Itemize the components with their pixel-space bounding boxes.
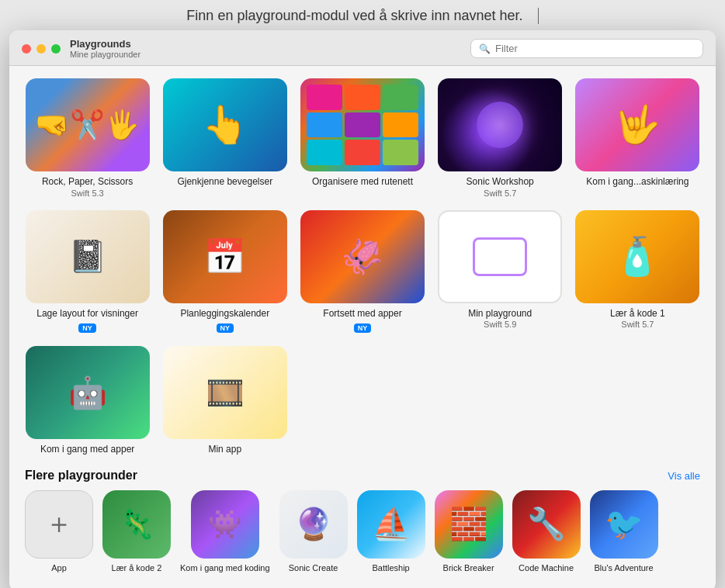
- bottom-thumb-battleship: ⛵: [357, 490, 425, 559]
- bottom-item-battleship[interactable]: ⛵ Battleship: [357, 490, 425, 573]
- vis-alle-link[interactable]: Vis alle: [668, 470, 700, 482]
- grid-row-2: 📓 Lage layout for visninger NY 📅 Planleg…: [25, 210, 700, 334]
- thumb-organisere: [300, 78, 425, 171]
- app-subtitle: Mine playgrounder: [70, 50, 140, 59]
- badge-ny: NY: [78, 323, 96, 333]
- item-name: Lage layout for visninger: [36, 308, 138, 320]
- item-kom-apper[interactable]: 🤖 Kom i gang med apper: [25, 346, 150, 456]
- bottom-name: App: [51, 562, 67, 573]
- thumb-planlegging: 📅: [163, 210, 287, 303]
- search-bar[interactable]: 🔍: [470, 39, 703, 58]
- item-name: Min app: [208, 444, 241, 456]
- bottom-item-sonic-create[interactable]: 🔮 Sonic Create: [279, 490, 348, 573]
- titlebar: Playgrounds Mine playgrounder 🔍: [9, 30, 716, 66]
- bottom-scroll: ＋ App 🦎 Lær å kode 2 👾 Kom i gang med ko…: [25, 490, 700, 579]
- item-swift: Swift 5.3: [71, 189, 104, 198]
- item-name: Kom i gang...askinlæring: [586, 176, 689, 189]
- tooltip-text: Finn en playground-modul ved å skrive in…: [186, 8, 538, 24]
- item-min-playground[interactable]: Min playground Swift 5.9: [438, 210, 563, 334]
- item-laer-kode-1[interactable]: 🧴 Lær å kode 1 Swift 5.7: [575, 210, 700, 334]
- search-icon: 🔍: [479, 43, 491, 54]
- app-window: Playgrounds Mine playgrounder 🔍 🤜✂️🖐️ Ro…: [9, 30, 716, 588]
- bottom-name: Lær å kode 2: [112, 562, 162, 573]
- item-swift: Swift 5.7: [484, 189, 516, 198]
- thumb-rock-paper-scissors: 🤜✂️🖐️: [26, 78, 150, 171]
- bottom-name: Code Machine: [519, 562, 574, 573]
- boat-icon: ⛵: [372, 506, 411, 542]
- thumb-lage-layout: 📓: [26, 210, 150, 303]
- item-name: Organisere med rutenett: [312, 176, 413, 189]
- bottom-thumb-brick-breaker: 🧱: [435, 490, 503, 559]
- bird-icon: 🐦: [605, 506, 643, 542]
- close-button[interactable]: [22, 44, 31, 54]
- item-name: Fortsett med apper: [323, 308, 401, 320]
- item-name: Rock, Paper, Scissors: [42, 176, 133, 189]
- bottom-name: Sonic Create: [289, 562, 338, 573]
- blocks-icon: 🧱: [449, 506, 488, 542]
- item-name: Planleggingskalender: [180, 308, 269, 320]
- item-swift: Swift 5.9: [484, 320, 516, 329]
- grid-row-1: 🤜✂️🖐️ Rock, Paper, Scissors Swift 5.3 👆 …: [25, 78, 700, 198]
- content-area: 🤜✂️🖐️ Rock, Paper, Scissors Swift 5.3 👆 …: [9, 66, 716, 588]
- item-planlegging[interactable]: 📅 Planleggingskalender NY: [162, 210, 287, 334]
- item-sonic-workshop[interactable]: Sonic Workshop Swift 5.7: [438, 78, 563, 198]
- thumb-laer-kode-1: 🧴: [575, 210, 699, 303]
- thumb-min-app: 🎞️: [163, 346, 287, 439]
- bottom-item-blus-adventure[interactable]: 🐦 Blu's Adventure: [590, 490, 658, 573]
- item-name: Kom i gang med apper: [40, 444, 134, 456]
- item-organisere[interactable]: Organisere med rutenett: [300, 78, 425, 198]
- bottom-item-laer2[interactable]: 🦎 Lær å kode 2: [102, 490, 171, 573]
- badge-ny: NY: [217, 323, 234, 333]
- thumb-sonic-workshop: [438, 78, 562, 171]
- crystal-icon: 🔮: [294, 506, 333, 542]
- grid-row-3: 🤖 Kom i gang med apper 🎞️ Min app: [25, 346, 700, 456]
- item-name: Sonic Workshop: [467, 176, 534, 189]
- thumb-min-playground: [438, 210, 562, 303]
- item-kom-i-gang[interactable]: 🤟 Kom i gang...askinlæring: [575, 78, 700, 198]
- tools-icon: 🔧: [527, 506, 566, 542]
- bottom-name: Blu's Adventure: [595, 562, 654, 573]
- bottom-item-code-machine[interactable]: 🔧 Code Machine: [512, 490, 581, 573]
- item-lage-layout[interactable]: 📓 Lage layout for visninger NY: [25, 210, 150, 334]
- fullscreen-button[interactable]: [51, 44, 61, 54]
- bottom-item-app[interactable]: ＋ App: [25, 490, 93, 573]
- bottom-name: Brick Breaker: [443, 562, 494, 573]
- bottom-thumb-laer2: 🦎: [102, 490, 171, 559]
- bottom-name: Battleship: [372, 562, 409, 573]
- more-section-header: Flere playgrounder Vis alle: [25, 469, 700, 483]
- item-fortsett[interactable]: 🦑 Fortsett med apper NY: [300, 210, 425, 334]
- item-name: Gjenkjenne bevegelser: [177, 176, 272, 189]
- item-name: Lær å kode 1: [610, 308, 665, 320]
- bottom-item-brick-breaker[interactable]: 🧱 Brick Breaker: [435, 490, 503, 573]
- item-min-app[interactable]: 🎞️ Min app: [162, 346, 287, 456]
- item-rock-paper-scissors[interactable]: 🤜✂️🖐️ Rock, Paper, Scissors Swift 5.3: [25, 78, 150, 198]
- bottom-thumb-sonic-create: 🔮: [279, 490, 348, 559]
- thumb-kom: 🤟: [575, 78, 699, 171]
- bottom-thumb-app: ＋: [25, 490, 93, 559]
- traffic-lights: [22, 44, 61, 54]
- bottom-item-komgang[interactable]: 👾 Kom i gang med koding: [180, 490, 270, 573]
- bottom-name: Kom i gang med koding: [180, 562, 270, 573]
- bottom-thumb-code-machine: 🔧: [512, 490, 581, 559]
- thumb-fortsett: 🦑: [300, 210, 425, 303]
- app-title: Playgrounds: [70, 38, 140, 50]
- plus-icon: ＋: [45, 505, 73, 543]
- title-block: Playgrounds Mine playgrounder: [70, 38, 140, 59]
- more-section-title: Flere playgrounder: [25, 469, 137, 483]
- thumb-gjenkjenne: 👆: [163, 78, 287, 171]
- search-input[interactable]: [495, 43, 695, 54]
- item-gjenkjenne[interactable]: 👆 Gjenkjenne bevegelser: [162, 78, 287, 198]
- thumb-kom-apper: 🤖: [26, 346, 150, 439]
- badge-ny: NY: [354, 323, 372, 333]
- bottom-thumb-blus-adventure: 🐦: [590, 490, 658, 559]
- bottom-thumb-komgang: 👾: [191, 490, 259, 559]
- item-swift: Swift 5.7: [621, 320, 654, 329]
- item-name: Min playground: [468, 308, 532, 320]
- minimize-button[interactable]: [36, 44, 46, 54]
